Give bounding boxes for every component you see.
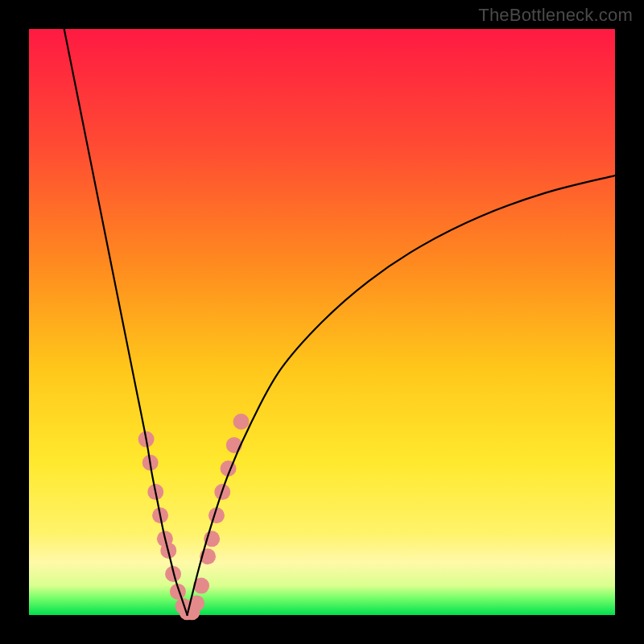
curve-left	[64, 29, 188, 615]
scatter-point	[233, 414, 250, 430]
curve-svg	[29, 29, 615, 615]
chart-frame: TheBottleneck.com	[0, 0, 644, 644]
watermark-text: TheBottleneck.com	[478, 5, 633, 26]
curve-right	[188, 175, 615, 615]
plot-area	[29, 29, 615, 615]
